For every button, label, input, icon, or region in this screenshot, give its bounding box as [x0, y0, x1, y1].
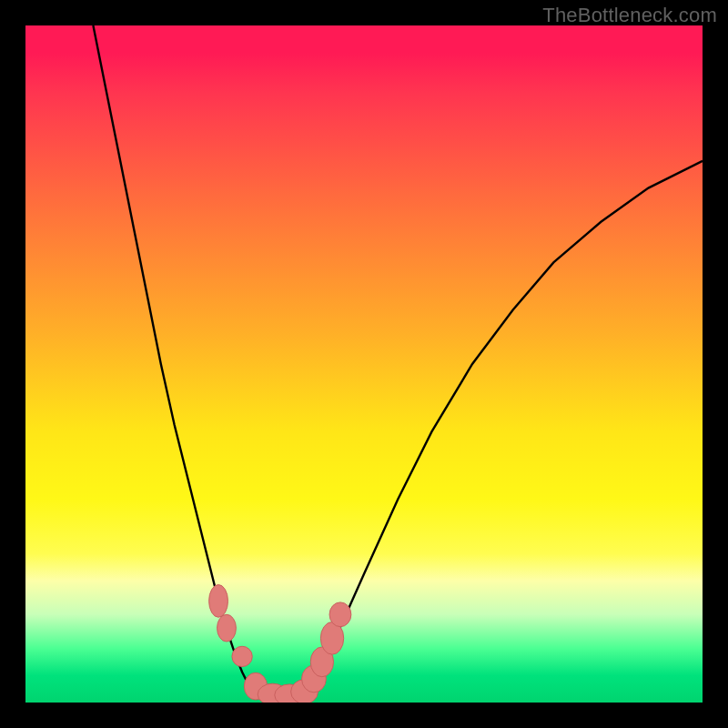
plot-area	[25, 25, 703, 703]
attribution-watermark: TheBottleneck.com	[542, 4, 717, 27]
chart-frame: TheBottleneck.com	[0, 0, 728, 728]
curve-line	[93, 25, 703, 699]
bottleneck-curve-svg	[25, 25, 703, 703]
curve-marker	[209, 585, 228, 618]
bottleneck-curve	[93, 25, 703, 699]
curve-marker	[232, 646, 252, 666]
curve-markers	[209, 585, 351, 703]
curve-marker	[329, 602, 351, 627]
curve-marker	[217, 614, 237, 642]
